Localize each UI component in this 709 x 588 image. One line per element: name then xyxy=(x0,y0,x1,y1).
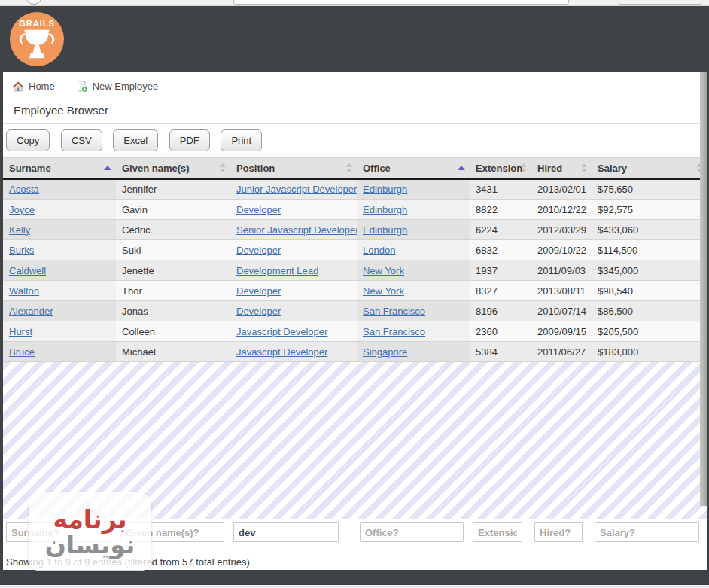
filter-given-input[interactable] xyxy=(120,522,224,542)
table-row: Alexander Jonas Developer San Francisco … xyxy=(3,301,707,321)
cell-given: Suki xyxy=(122,245,141,256)
office-link[interactable]: Singapore xyxy=(363,346,407,358)
table-info-text: Showing 1 to 9 of 9 entries (filtered fr… xyxy=(3,544,707,568)
cell-extension: 5384 xyxy=(476,346,498,358)
filter-salary-input[interactable] xyxy=(595,522,699,542)
office-link[interactable]: London xyxy=(363,245,395,256)
office-link[interactable]: Edinburgh xyxy=(363,224,407,236)
filter-extension-input[interactable] xyxy=(473,522,522,542)
cell-extension: 6832 xyxy=(476,245,498,256)
position-link[interactable]: Development Lead xyxy=(236,265,318,276)
position-link[interactable]: Javascript Developer xyxy=(236,346,327,358)
breadcrumb-home-label: Home xyxy=(29,81,55,92)
surname-link[interactable]: Alexander xyxy=(9,306,53,317)
cell-extension: 6224 xyxy=(476,224,498,236)
cell-extension: 8196 xyxy=(476,306,498,317)
table-header-row: Surname Given name(s) Position Office Ex… xyxy=(3,158,707,179)
browser-search-box-partial[interactable] xyxy=(619,0,701,5)
excel-button[interactable]: Excel xyxy=(113,129,158,151)
cell-extension: 2360 xyxy=(476,326,498,337)
cell-hired: 2013/02/01 xyxy=(537,184,586,195)
table-row: Bruce Michael Javascript Developer Singa… xyxy=(3,342,707,362)
column-header-position[interactable]: Position xyxy=(230,158,357,179)
position-link[interactable]: Developer xyxy=(236,285,281,297)
office-link[interactable]: San Francisco xyxy=(363,306,425,317)
cell-given: Colleen xyxy=(122,326,155,337)
column-header-extension[interactable]: Extension xyxy=(470,158,531,179)
cell-hired: 2009/10/22 xyxy=(537,245,586,256)
filter-position-input[interactable] xyxy=(233,522,339,542)
new-document-icon xyxy=(76,81,88,93)
column-header-salary[interactable]: Salary xyxy=(592,158,707,179)
surname-link[interactable]: Acosta xyxy=(9,184,39,195)
grails-logo[interactable]: GRAILS xyxy=(10,12,64,66)
sort-both-icon xyxy=(581,163,587,172)
office-link[interactable]: New York xyxy=(363,285,404,297)
table-row: Burks Suki Developer London 6832 2009/10… xyxy=(3,240,707,260)
column-header-surname[interactable]: Surname xyxy=(3,158,116,179)
cell-salary: $114,500 xyxy=(598,245,637,256)
cell-given: Jenette xyxy=(122,265,154,276)
cell-salary: $75,650 xyxy=(598,184,633,195)
position-link[interactable]: Developer xyxy=(236,245,281,256)
cell-hired: 2010/12/22 xyxy=(537,204,586,215)
breadcrumb: Home New Employee xyxy=(3,72,707,95)
column-header-office[interactable]: Office xyxy=(357,158,470,179)
page-title: Employee Browser xyxy=(14,104,707,117)
cell-salary: $345,000 xyxy=(598,265,638,276)
surname-link[interactable]: Burks xyxy=(9,245,34,256)
browser-address-bar-partial[interactable] xyxy=(233,0,569,5)
position-link[interactable]: Developer xyxy=(236,306,281,317)
cell-extension: 1937 xyxy=(476,265,498,276)
position-link[interactable]: Junior Javascript Developer xyxy=(236,184,357,195)
office-link[interactable]: Edinburgh xyxy=(363,184,407,195)
breadcrumb-new-employee-link[interactable]: New Employee xyxy=(76,81,158,93)
column-header-hired[interactable]: Hired xyxy=(531,158,592,179)
surname-link[interactable]: Bruce xyxy=(9,346,35,358)
pdf-button[interactable]: PDF xyxy=(169,129,210,151)
filter-hired-input[interactable] xyxy=(534,522,583,542)
cell-hired: 2009/09/15 xyxy=(537,326,586,337)
csv-button[interactable]: CSV xyxy=(61,129,102,151)
cell-hired: 2013/08/11 xyxy=(537,285,586,297)
position-link[interactable]: Developer xyxy=(236,204,281,215)
office-link[interactable]: San Francisco xyxy=(363,326,425,337)
cell-hired: 2010/07/14 xyxy=(537,306,586,317)
sort-asc-icon xyxy=(104,166,111,170)
copy-button[interactable]: Copy xyxy=(6,129,50,151)
print-button[interactable]: Print xyxy=(221,129,262,151)
office-link[interactable]: Edinburgh xyxy=(363,204,407,215)
home-icon xyxy=(12,81,24,93)
cell-given: Gavin xyxy=(122,204,148,215)
browser-button-partial[interactable] xyxy=(26,0,42,5)
cell-extension: 8822 xyxy=(476,204,498,215)
sort-both-icon xyxy=(346,163,352,172)
surname-link[interactable]: Walton xyxy=(9,285,39,297)
cell-given: Cedric xyxy=(122,224,151,236)
column-header-given-names[interactable]: Given name(s) xyxy=(116,158,230,179)
cell-salary: $205,500 xyxy=(598,326,638,337)
scrollbar[interactable] xyxy=(700,72,707,506)
breadcrumb-home-link[interactable]: Home xyxy=(12,81,55,93)
export-toolbar: Copy CSV Excel PDF Print xyxy=(3,124,707,157)
browser-chrome-strip xyxy=(0,0,709,6)
cell-given: Thor xyxy=(122,285,142,297)
title-block: Employee Browser xyxy=(3,104,707,124)
bottom-strip xyxy=(0,585,709,588)
filter-office-input[interactable] xyxy=(360,522,464,542)
position-link[interactable]: Javascript Developer xyxy=(236,326,327,337)
surname-link[interactable]: Kelly xyxy=(9,224,30,236)
cell-salary: $183,000 xyxy=(598,346,638,358)
cell-salary: $433,060 xyxy=(598,224,638,236)
sort-both-icon xyxy=(220,163,226,172)
position-link[interactable]: Senior Javascript Developer xyxy=(236,224,357,236)
surname-link[interactable]: Caldwell xyxy=(9,265,46,276)
surname-link[interactable]: Joyce xyxy=(9,204,35,215)
filter-surname-input[interactable] xyxy=(6,522,111,542)
cell-given: Jennifer xyxy=(122,184,157,195)
cell-hired: 2012/03/29 xyxy=(537,224,586,236)
surname-link[interactable]: Hurst xyxy=(9,326,32,337)
app-footer-bar xyxy=(0,570,709,585)
cell-salary: $92,575 xyxy=(598,204,633,215)
office-link[interactable]: New York xyxy=(363,265,404,276)
